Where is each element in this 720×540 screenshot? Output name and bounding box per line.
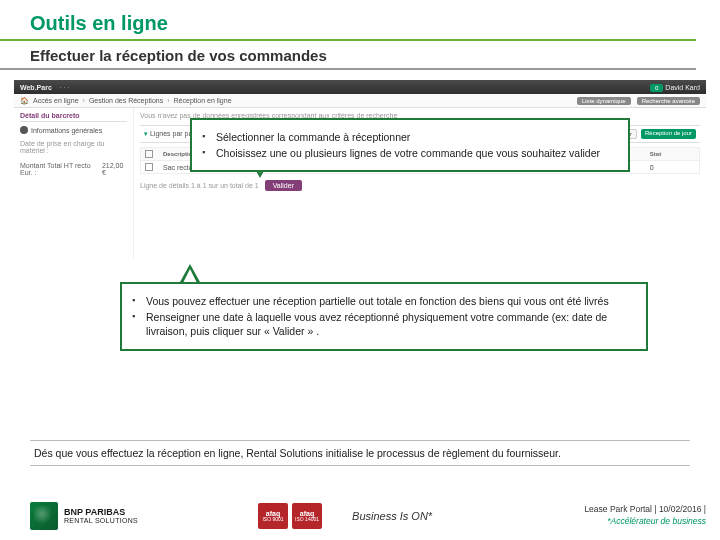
- bnp-logo: BNP PARIBAS RENTAL SOLUTIONS: [30, 502, 138, 530]
- user-name[interactable]: David Kard: [665, 84, 700, 91]
- afaq-badge-1: afaqISO 9001: [258, 503, 288, 529]
- toolbar-right: 0 David Kard: [650, 84, 700, 91]
- toolbar: Web.Parc · · · 0 David Kard: [14, 80, 706, 94]
- breadcrumb: 🏠 Accès en ligne › Gestion des Réception…: [14, 94, 706, 108]
- date-line: Date de prise en charge du matériel :: [20, 140, 127, 154]
- notif-badge[interactable]: 0: [650, 84, 663, 92]
- checkbox-row[interactable]: [145, 163, 153, 171]
- left-panel-title: Détail du barcreto: [20, 112, 127, 122]
- bottom-note: Dés que vous effectuez la réception en l…: [30, 440, 690, 466]
- brand-label: Web.Parc: [20, 84, 52, 91]
- breadcrumb-home[interactable]: Accès en ligne: [33, 97, 79, 104]
- info-icon: [20, 126, 28, 134]
- amount-value: 212,00 €: [102, 162, 127, 176]
- btn-advanced-search[interactable]: Recherche avancée: [637, 97, 700, 105]
- afaq-badge-2: afaqISO 14001: [292, 503, 322, 529]
- btn-receive-today[interactable]: Réception de jour: [641, 129, 696, 139]
- toolbar-spacer: · · ·: [60, 84, 70, 91]
- amount-label: Montant Total HT recto Eur. :: [20, 162, 102, 176]
- afaq-badges: afaqISO 9001 afaqISO 14001: [258, 503, 322, 529]
- breadcrumb-l2: Réception en ligne: [174, 97, 232, 104]
- info-general-label: Informations générales: [31, 127, 102, 134]
- bnp-name: BNP PARIBAS: [64, 507, 125, 517]
- callout-top-item-2: Choisissez une ou plusieurs lignes de vo…: [202, 146, 618, 160]
- info-general: Informations générales: [20, 126, 127, 134]
- home-icon[interactable]: 🏠: [20, 97, 29, 105]
- bnp-sub: RENTAL SOLUTIONS: [64, 517, 138, 524]
- callout-top: Sélectionner la commande à réceptionner …: [190, 118, 630, 172]
- callout-bottom: Vous pouvez effectuer une réception part…: [120, 282, 648, 351]
- callout-top-item-1: Sélectionner la commande à réceptionner: [202, 130, 618, 144]
- callout-bottom-item-2: Renseigner une date à laquelle vous avez…: [132, 310, 636, 338]
- left-panel: Détail du barcreto Informations générale…: [14, 108, 134, 258]
- breadcrumb-l1[interactable]: Gestion des Réceptions: [89, 97, 163, 104]
- td-status: 0: [650, 164, 695, 171]
- bnp-logo-text: BNP PARIBAS RENTAL SOLUTIONS: [64, 508, 138, 525]
- bnp-logo-icon: [30, 502, 58, 530]
- page-subtitle: Effectuer la réception de vos commandes: [0, 47, 696, 70]
- pager-text: Ligne de détails 1 à 1 sur un total de 1: [140, 182, 259, 189]
- btn-list-dynamic[interactable]: Liste dynamique: [577, 97, 631, 105]
- validate-button[interactable]: Valider: [265, 180, 302, 191]
- callout-bottom-tail: [180, 264, 200, 282]
- business-is-on: Business Is ON*: [352, 510, 432, 522]
- th-status: Stat: [650, 151, 695, 157]
- page-title: Outils en ligne: [0, 0, 696, 41]
- chevron-down-icon[interactable]: ▾: [144, 130, 148, 137]
- footer-tagline: *Accélérateur de business: [584, 516, 706, 528]
- page-footer: BNP PARIBAS RENTAL SOLUTIONS afaqISO 900…: [30, 502, 706, 530]
- footer-meta-line: Lease Park Portal | 10/02/2016 |: [584, 504, 706, 516]
- footer-meta: Lease Park Portal | 10/02/2016 | *Accélé…: [584, 504, 706, 528]
- callout-bottom-item-1: Vous pouvez effectuer une réception part…: [132, 294, 636, 308]
- app-screenshot: Web.Parc · · · 0 David Kard 🏠 Accès en l…: [14, 80, 706, 280]
- checkbox-all[interactable]: [145, 150, 153, 158]
